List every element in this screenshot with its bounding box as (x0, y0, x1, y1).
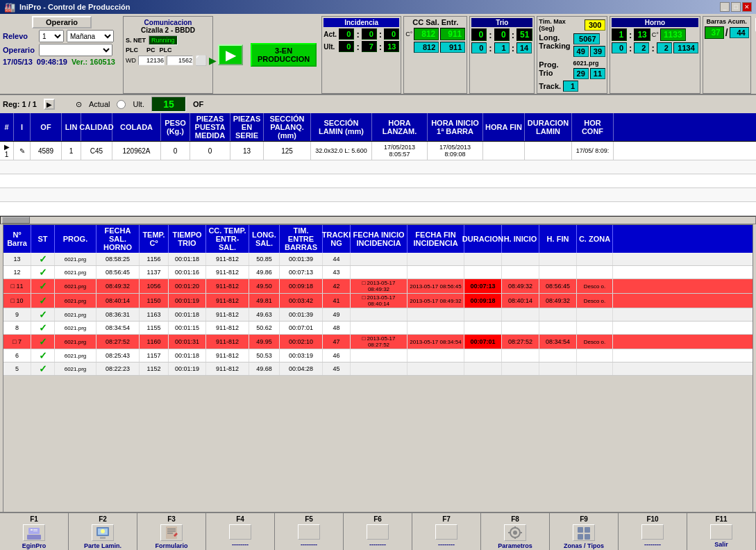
td-seccion-lamin: 32.0x32.0 L: 5.600 (311, 142, 372, 160)
bt-th-h-fin: H. FIN (539, 225, 577, 253)
empty-row-1 (0, 160, 756, 174)
relevo-label: Relevo (3, 32, 36, 40)
horno-val1: 1133 (660, 28, 686, 41)
app-title: IniPro - Control de Producción (19, 3, 131, 11)
td-hora-inicio: 17/05/2013 8:09:08 (428, 142, 483, 160)
th-lin: LIN (62, 113, 81, 141)
horno-ult-h: 0 (612, 42, 627, 53)
wd-pc-input[interactable] (138, 56, 165, 65)
tim-max-label: Tim. Max (Seg) (539, 18, 582, 32)
bt-th-f-fin: FECHA FIN INCIDENCIA (408, 225, 464, 253)
th-peso: PESO (Kg.) (161, 113, 190, 141)
turno-select[interactable]: MañanaTardeNoche (67, 30, 114, 42)
top-table-header: # I OF LIN CALIDAD COLADA PESO (Kg.) PIE… (0, 113, 756, 142)
f4-button[interactable]: F4 -------- (206, 513, 275, 550)
f5-button[interactable]: F5 -------- (275, 513, 344, 550)
f3-button[interactable]: F3 Formulario (137, 513, 206, 550)
bt-row-7: □ 7 ✓ 6021.prg 08:27:52 1160 00:01:31 91… (3, 335, 753, 349)
svg-rect-4 (33, 531, 37, 531)
horno-ult-s: 2 (657, 42, 672, 53)
actual-radio-label: Actual (89, 100, 110, 108)
trio-act-m: 0 (494, 28, 510, 41)
bottom-table-wrapper[interactable]: Nº Barra ST PROG. FECHA SAL. HORNO TEMP.… (3, 224, 753, 541)
td-hor-conf: 17/05/ 8:09: (572, 142, 614, 160)
track-label: Track. (539, 82, 561, 90)
bt-th-cc-temp: CC. TEMP. ENTR-SAL. (206, 225, 249, 253)
barras-val2: 44 (730, 27, 749, 38)
ult-h: 0 (339, 41, 354, 52)
bt-th-h-inicio: H. INICIO (502, 225, 539, 253)
restore-btn[interactable]: □ (731, 2, 741, 12)
bt-th-long-sal: LONG. SAL. (249, 225, 280, 253)
tracking-trio1: 29 (573, 68, 589, 79)
f9-button[interactable]: F9 Zonas / Tipos (550, 513, 619, 550)
svg-rect-19 (578, 527, 583, 533)
td-i[interactable]: ✎ (14, 142, 31, 160)
f5-label: -------- (301, 541, 317, 548)
f3-label: Formulario (155, 542, 187, 549)
horno-act-m: 13 (634, 28, 650, 41)
svg-rect-0 (27, 535, 41, 540)
th-of: OF (31, 113, 62, 141)
time-display: 09:48:19 (37, 58, 67, 66)
operario-select[interactable] (39, 44, 112, 56)
wd-plc-input[interactable] (167, 56, 193, 65)
td-peso: 0 (161, 142, 190, 160)
cc-entr-act: 911 (440, 28, 465, 40)
search-section: 🔍 (753, 16, 756, 94)
bt-row-11: □ 11 ✓ 6021.prg 08:49:32 1056 00:01:20 9… (3, 279, 753, 294)
relevo-select[interactable]: 123 (39, 30, 64, 42)
play-section: ▶ (215, 16, 246, 94)
f6-button[interactable]: F6 -------- (344, 513, 412, 550)
td-lin: 1 (62, 142, 81, 160)
svg-rect-20 (585, 527, 590, 533)
svg-rect-3 (33, 529, 37, 530)
f3-icon (160, 524, 183, 541)
f8-button[interactable]: F8 Parametros (481, 513, 550, 550)
nav-button[interactable]: ▶ (44, 99, 55, 110)
ult-radio-label: Ult. (133, 100, 144, 108)
operario-button[interactable]: Operario (32, 16, 92, 28)
ult-radio[interactable] (117, 100, 126, 109)
f10-button[interactable]: F10 -------- (619, 513, 687, 550)
bt-th-barra: Nº Barra (3, 225, 31, 253)
th-colada: COLADA (112, 113, 161, 141)
f1-icon (23, 524, 45, 541)
svg-rect-16 (514, 537, 516, 539)
ult-m: 7 (362, 41, 377, 52)
top-scrollbar[interactable] (0, 216, 756, 224)
f11-button[interactable]: F11 Salir (687, 513, 756, 550)
status-bar: Reg: 1 / 1 ▶ ⊙ Actual Ult. 15 OF (0, 94, 756, 113)
f2-label: Parte Lamin. (84, 542, 121, 549)
close-btn[interactable]: ✕ (742, 2, 752, 12)
f5-icon (298, 524, 320, 540)
td-num: ▶ 1 (0, 142, 14, 160)
td-of: 4589 (31, 142, 62, 160)
cc-sal-act: 812 (414, 28, 439, 40)
f1-button[interactable]: F1 EginPro (0, 513, 69, 550)
bt-th-tiempo-trio: TIEMPO TRIO (169, 225, 206, 253)
ult-s: 13 (384, 41, 399, 52)
minimize-btn[interactable]: _ (720, 2, 730, 12)
play-button[interactable]: ▶ (218, 44, 243, 65)
act-s: 0 (384, 28, 399, 40)
produccion-button[interactable]: 3-EN PRODUCCION (251, 43, 317, 67)
f2-button[interactable]: F2 Parte Lamin. (69, 513, 137, 550)
f7-icon (435, 524, 457, 540)
scroll-thumb[interactable] (2, 217, 30, 224)
bt-th-temp: TEMP. Cº (140, 225, 169, 253)
td-hora-lanz: 17/05/2013 8:05:57 (372, 142, 428, 160)
svg-point-14 (513, 531, 517, 535)
barras-section: Barras Acum. 37 / 44 (703, 16, 751, 94)
th-hora-fin: HORA FIN (483, 113, 525, 141)
f8-icon (504, 524, 526, 541)
act-m: 0 (362, 28, 377, 40)
bt-row-8: 8 ✓ 6021.prg 08:34:54 1155 00:01:15 911-… (3, 322, 753, 335)
bt-row-6: 6 ✓ 6021.prg 08:25:43 1157 00:01:18 911-… (3, 349, 753, 362)
bt-th-st: ST (31, 225, 55, 253)
trio-section: Trio 0 : 0 : 51 0 : 1 : 14 (469, 16, 535, 94)
svg-rect-18 (520, 532, 522, 533)
act-h: 0 (339, 28, 354, 40)
f7-button[interactable]: F7 -------- (412, 513, 481, 550)
td-calidad: C45 (81, 142, 112, 160)
